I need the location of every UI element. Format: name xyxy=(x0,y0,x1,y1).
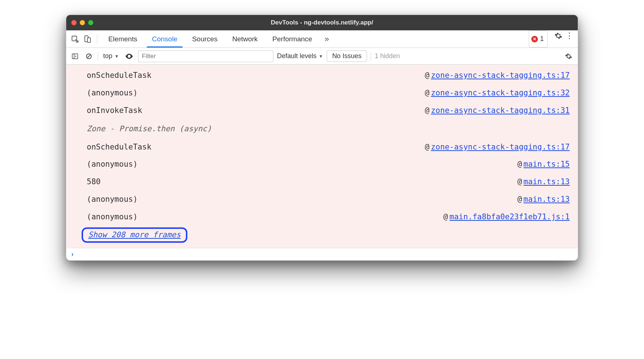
stack-frame-fn: (anonymous) xyxy=(87,157,517,172)
main-tabs-row: Elements Console Sources Network Perform… xyxy=(66,30,578,48)
devtools-window: DevTools - ng-devtools.netlify.app/ Elem… xyxy=(66,15,578,261)
tab-label: Elements xyxy=(108,35,137,43)
device-toolbar-icon[interactable] xyxy=(82,34,93,44)
context-label: top xyxy=(103,52,112,60)
inspect-element-icon[interactable] xyxy=(70,34,80,44)
stack-frame-fn: (anonymous) xyxy=(87,210,443,224)
stack-frame: onScheduleTask @ zone-async-stack-taggin… xyxy=(66,67,578,84)
at-symbol: @ xyxy=(425,68,431,83)
stack-frame-fn: (anonymous) xyxy=(87,86,425,101)
stack-frame: (anonymous) @ main.fa8bfa0e23f1eb71.js:1 xyxy=(66,208,578,226)
divider xyxy=(371,52,371,61)
console-settings-gear-icon[interactable] xyxy=(563,51,574,62)
stack-frame-source-link[interactable]: zone-async-stack-tagging.ts:31 xyxy=(431,103,570,118)
tabs-overflow-button[interactable]: » xyxy=(319,30,334,48)
traffic-lights xyxy=(71,20,93,25)
stack-frame-fn: onInvokeTask xyxy=(87,103,425,118)
maximize-window-button[interactable] xyxy=(88,20,93,25)
svg-point-5 xyxy=(128,56,130,57)
show-more-frames-link[interactable]: Show 208 more frames xyxy=(82,227,187,243)
svg-rect-2 xyxy=(87,38,90,42)
clear-console-icon[interactable] xyxy=(84,51,94,61)
stack-frame-source-link[interactable]: zone-async-stack-tagging.ts:32 xyxy=(431,86,570,101)
tab-label: Console xyxy=(152,35,177,43)
at-symbol: @ xyxy=(425,140,431,155)
stack-frame-fn: (anonymous) xyxy=(87,192,517,207)
async-boundary-label: Zone - Promise.then (async) xyxy=(66,120,578,139)
stack-frame: onScheduleTask @ zone-async-stack-taggin… xyxy=(66,139,578,156)
window-title: DevTools - ng-devtools.netlify.app/ xyxy=(66,19,578,26)
stack-frame-source-link[interactable]: main.fa8bfa0e23f1eb71.js:1 xyxy=(449,210,570,224)
filter-input[interactable] xyxy=(138,50,273,62)
more-menu-icon[interactable]: ⋮ xyxy=(564,30,575,41)
divider xyxy=(97,34,97,44)
stack-frame-source-link[interactable]: zone-async-stack-tagging.ts:17 xyxy=(431,140,570,155)
at-symbol: @ xyxy=(517,192,524,207)
chevron-down-icon: ▼ xyxy=(319,54,323,59)
close-window-button[interactable] xyxy=(71,20,76,25)
tab-label: Network xyxy=(232,35,258,43)
settings-gear-icon[interactable] xyxy=(553,30,564,41)
at-symbol: @ xyxy=(443,210,450,224)
error-count: 1 xyxy=(540,35,544,43)
at-symbol: @ xyxy=(425,103,431,118)
error-count-badge[interactable]: ✕ 1 xyxy=(529,30,548,48)
stack-frame-fn: onScheduleTask xyxy=(87,68,425,83)
tab-performance[interactable]: Performance xyxy=(265,30,319,48)
console-toolbar: top ▼ Default levels ▼ No Issues 1 hidde… xyxy=(66,48,578,65)
stack-frame: (anonymous) @ main.ts:13 xyxy=(66,191,578,208)
stack-frame-fn: 580 xyxy=(87,175,517,189)
at-symbol: @ xyxy=(517,157,524,172)
stack-frame: (anonymous) @ main.ts:15 xyxy=(66,156,578,173)
tab-network[interactable]: Network xyxy=(225,30,265,48)
hidden-count-label: 1 hidden xyxy=(375,52,400,60)
minimize-window-button[interactable] xyxy=(80,20,85,25)
error-icon: ✕ xyxy=(531,36,538,42)
divider xyxy=(98,52,98,61)
issues-button[interactable]: No Issues xyxy=(327,50,367,62)
log-levels-selector[interactable]: Default levels ▼ xyxy=(277,52,323,60)
stack-frame: (anonymous) @ zone-async-stack-tagging.t… xyxy=(66,84,578,102)
execution-context-selector[interactable]: top ▼ xyxy=(102,52,120,60)
tab-sources[interactable]: Sources xyxy=(185,30,225,48)
svg-rect-3 xyxy=(72,54,78,58)
console-output: onScheduleTask @ zone-async-stack-taggin… xyxy=(66,65,578,248)
titlebar: DevTools - ng-devtools.netlify.app/ xyxy=(66,15,578,30)
stack-frame-source-link[interactable]: main.ts:13 xyxy=(524,175,570,189)
tab-label: Performance xyxy=(272,35,312,43)
tab-label: Sources xyxy=(192,35,218,43)
stack-frame: onInvokeTask @ zone-async-stack-tagging.… xyxy=(66,102,578,120)
tab-elements[interactable]: Elements xyxy=(101,30,145,48)
console-prompt[interactable]: › xyxy=(66,248,578,260)
live-expression-icon[interactable] xyxy=(124,51,134,61)
prompt-caret-icon: › xyxy=(71,250,74,258)
at-symbol: @ xyxy=(517,175,524,189)
chevron-down-icon: ▼ xyxy=(115,54,119,59)
stack-frame-source-link[interactable]: main.ts:15 xyxy=(524,157,570,172)
stack-frame-source-link[interactable]: zone-async-stack-tagging.ts:17 xyxy=(431,68,570,83)
tab-console[interactable]: Console xyxy=(145,30,185,48)
stack-frame-source-link[interactable]: main.ts:13 xyxy=(524,192,570,207)
stack-frame-fn: onScheduleTask xyxy=(87,140,425,155)
levels-label: Default levels xyxy=(277,52,317,60)
toggle-sidebar-icon[interactable] xyxy=(70,51,80,61)
stack-frame: 580 @ main.ts:13 xyxy=(66,173,578,191)
at-symbol: @ xyxy=(425,86,431,101)
